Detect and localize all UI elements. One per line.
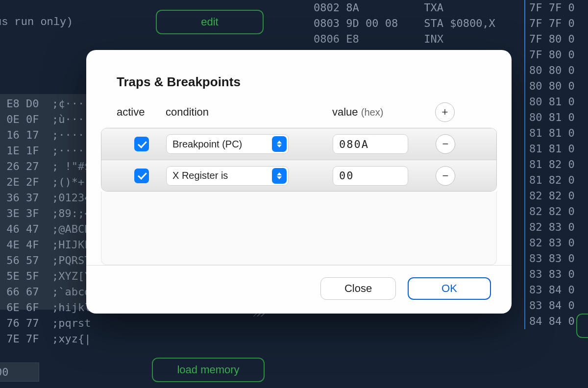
disasm-line: 0802 8A TXA <box>314 0 524 16</box>
add-row-button[interactable]: + <box>435 102 455 122</box>
disasm-line: 0803 9D 00 08 STA $0800,X <box>314 16 524 31</box>
header-active: active <box>117 106 166 119</box>
bg-small-field[interactable]: 00 <box>0 363 39 382</box>
minus-icon: − <box>442 170 449 182</box>
hex-right-line: 82 82 0 <box>524 188 588 204</box>
value-input[interactable] <box>333 166 408 186</box>
header-value: value (hex) <box>332 106 430 119</box>
dialog-footer: Close OK <box>86 265 512 314</box>
close-button[interactable]: Close <box>320 277 396 300</box>
header-hex-hint: (hex) <box>361 107 384 118</box>
hex-right-line: 80 80 0 <box>524 78 588 94</box>
hex-right-line: 83 84 0 <box>524 298 588 314</box>
hex-right-line: 7F 7F 0 <box>524 16 588 31</box>
active-checkbox[interactable] <box>134 137 149 151</box>
breakpoint-row: Breakpoint (PC) − <box>101 128 496 160</box>
remove-row-button[interactable]: − <box>436 134 455 154</box>
hex-right-line: 82 83 0 <box>524 235 588 251</box>
hex-right-line: 83 84 0 <box>524 282 588 298</box>
remove-row-button[interactable]: − <box>436 166 455 186</box>
hex-right-line: 7F 80 0 <box>524 31 588 47</box>
hex-right-line: 80 81 0 <box>524 110 588 125</box>
dropdown-stepper-icon <box>272 136 287 152</box>
active-checkbox[interactable] <box>134 169 149 183</box>
hex-right-line: 7F 7F 0 <box>524 0 588 16</box>
bg-partial-button[interactable] <box>576 314 588 338</box>
hex-right-line: 83 83 0 <box>524 251 588 267</box>
hexdump-line: 7E 7F ;xyz{| <box>0 331 265 347</box>
ok-button[interactable]: OK <box>408 277 491 300</box>
hex-right-line: 83 83 0 <box>524 267 588 282</box>
disasm-line: 0806 E8 INX <box>314 31 524 47</box>
bg-run-only-text: us run only) <box>0 15 73 30</box>
condition-select[interactable]: X Register is <box>166 166 289 186</box>
condition-label: Breakpoint (PC) <box>172 139 242 150</box>
load-memory-button[interactable]: load memory <box>152 358 265 382</box>
hex-right-line: 81 81 0 <box>524 141 588 157</box>
condition-label: X Register is <box>172 170 228 181</box>
hex-right-line: 80 80 0 <box>524 63 588 78</box>
hex-right-line: 81 81 0 <box>524 125 588 141</box>
hex-right-line: 82 82 0 <box>524 204 588 219</box>
dropdown-stepper-icon <box>272 168 287 184</box>
hexdump-line: 76 77 ;pqrst <box>0 315 265 331</box>
hex-right-line: 82 83 0 <box>524 219 588 235</box>
condition-select[interactable]: Breakpoint (PC) <box>166 134 289 154</box>
breakpoint-rows: Breakpoint (PC) − X Register is <box>101 128 497 192</box>
value-input[interactable] <box>333 134 408 154</box>
breakpoint-row: X Register is − <box>101 160 496 191</box>
hex-right-pane: 7F 7F 07F 7F 07F 80 07F 80 080 80 080 80… <box>524 0 588 304</box>
header-condition: condition <box>166 106 332 119</box>
minus-icon: − <box>442 138 449 150</box>
edit-button[interactable]: edit <box>156 10 264 34</box>
dialog-title: Traps & Breakpoints <box>86 50 512 100</box>
column-headers: active condition value (hex) + <box>86 100 512 127</box>
plus-icon: + <box>442 106 448 119</box>
traps-breakpoints-dialog: Traps & Breakpoints active condition val… <box>86 50 512 314</box>
hex-right-line: 81 82 0 <box>524 172 588 188</box>
hex-right-line: 81 82 0 <box>524 157 588 172</box>
rows-empty-area <box>101 192 497 265</box>
hex-right-line: 7F 80 0 <box>524 47 588 63</box>
hex-right-line: 80 81 0 <box>524 94 588 110</box>
